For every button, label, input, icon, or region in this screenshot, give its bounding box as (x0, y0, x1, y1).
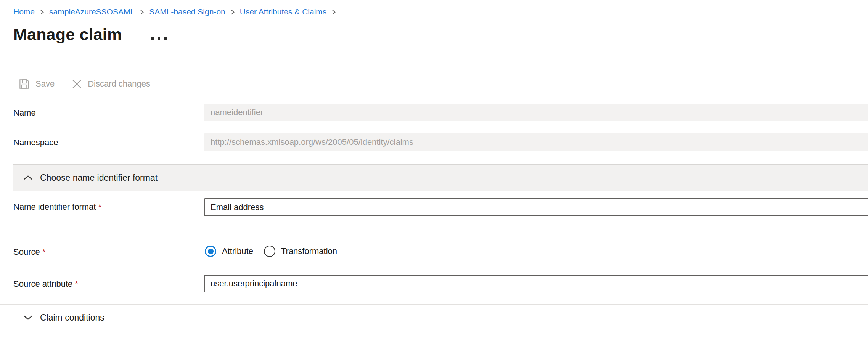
section-choose-name-identifier-format[interactable]: Choose name identifier format (13, 164, 868, 191)
manage-claim-page: Home sampleAzureSSOSAML SAML-based Sign-… (0, 0, 868, 337)
chevron-right-icon (331, 8, 336, 16)
breadcrumb-user-attributes-claims[interactable]: User Attributes & Claims (240, 6, 327, 18)
source-label: Source* (13, 247, 45, 257)
save-button-label: Save (35, 79, 55, 89)
breadcrumb: Home sampleAzureSSOSAML SAML-based Sign-… (13, 6, 336, 18)
name-input: nameidentifier (204, 104, 868, 121)
row-divider (0, 304, 868, 305)
name-identifier-format-value: Email address (211, 202, 264, 212)
row-divider (0, 332, 868, 332)
chevron-down-icon (23, 315, 33, 321)
chevron-right-icon (230, 8, 235, 16)
save-button[interactable]: Save (18, 78, 55, 90)
namespace-input-value: http://schemas.xmlsoap.org/ws/2005/05/id… (211, 137, 413, 147)
source-attribute-label: Source attribute* (13, 279, 78, 289)
section-claim-conditions[interactable]: Claim conditions (13, 306, 868, 329)
row-divider (0, 234, 868, 234)
x-mark-icon (71, 79, 82, 90)
namespace-field-label: Namespace (13, 137, 58, 148)
breadcrumb-home[interactable]: Home (13, 6, 35, 18)
page-title: Manage claim (13, 25, 122, 44)
section-title: Choose name identifier format (40, 173, 158, 183)
section-title: Claim conditions (40, 313, 104, 323)
required-asterisk: * (75, 279, 78, 289)
source-radio-transformation-label[interactable]: Transformation (281, 246, 337, 256)
radio-unselected-icon[interactable] (264, 246, 275, 257)
breadcrumb-app[interactable]: sampleAzureSSOSAML (49, 6, 135, 18)
name-identifier-format-dropdown[interactable]: Email address (204, 198, 868, 216)
toolbar-divider (0, 95, 868, 95)
name-identifier-format-label: Name identifier format* (13, 202, 101, 212)
name-input-value: nameidentifier (211, 108, 263, 117)
namespace-input: http://schemas.xmlsoap.org/ws/2005/05/id… (204, 133, 868, 151)
floppy-disk-icon (18, 78, 30, 90)
discard-changes-label: Discard changes (88, 79, 150, 89)
breadcrumb-saml-signon[interactable]: SAML-based Sign-on (149, 6, 225, 18)
ellipsis-icon[interactable] (150, 36, 168, 41)
required-asterisk: * (98, 202, 101, 212)
chevron-up-icon (23, 175, 33, 181)
required-asterisk: * (42, 247, 46, 257)
source-radio-attribute[interactable]: Attribute (205, 246, 253, 257)
radio-selected-icon[interactable] (205, 246, 216, 257)
source-radio-attribute-label[interactable]: Attribute (222, 246, 253, 256)
chevron-right-icon (40, 8, 44, 16)
name-field-label: Name (13, 108, 36, 118)
discard-changes-button[interactable]: Discard changes (71, 79, 150, 90)
source-radio-group: Attribute Transformation (205, 246, 337, 257)
command-bar: Save Discard changes (18, 75, 150, 93)
source-radio-transformation[interactable]: Transformation (264, 246, 337, 257)
chevron-right-icon (140, 8, 144, 16)
source-attribute-combobox[interactable]: user.userprincipalname (204, 275, 868, 292)
source-attribute-value: user.userprincipalname (211, 279, 297, 289)
